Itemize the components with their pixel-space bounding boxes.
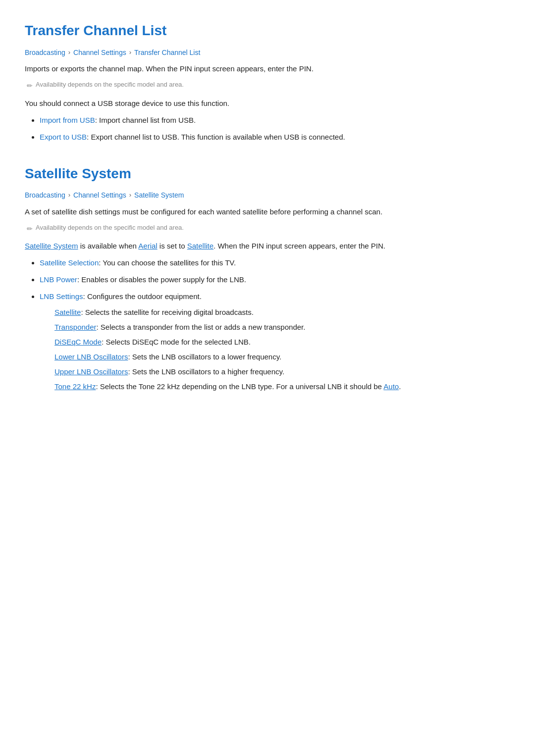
breadcrumb-section1: Broadcasting › Channel Settings › Transf… — [25, 47, 510, 58]
section1-connect-note: You should connect a USB storage device … — [25, 98, 510, 109]
lnb-settings-text: : Configures the outdoor equipment. — [83, 292, 202, 301]
satellite-selection-text: : You can choose the satellites for this… — [99, 258, 236, 267]
section2-description: A set of satellite dish settings must be… — [25, 206, 510, 218]
section2-title: Satellite System — [25, 163, 510, 185]
breadcrumb-sep-3: › — [68, 190, 70, 201]
lnb-power-text: : Enables or disables the power supply f… — [77, 275, 246, 284]
section1-title: Transfer Channel List — [25, 20, 510, 42]
lnb-power-link[interactable]: LNB Power — [40, 275, 77, 284]
tone-22khz-link[interactable]: Tone 22 kHz — [54, 382, 96, 391]
list-item-import: Import from USB: Import channel list fro… — [40, 114, 510, 126]
section1-availability: ✏ Availability depends on the specific m… — [27, 80, 510, 91]
breadcrumb-sep-1: › — [68, 48, 70, 58]
section2-availability: ✏ Availability depends on the specific m… — [27, 223, 510, 234]
section1-description: Imports or exports the channel map. When… — [25, 63, 510, 75]
intro-part2: is available when — [78, 242, 139, 250]
sub-item-transponder: Transponder: Selects a transponder from … — [54, 321, 510, 333]
breadcrumb-broadcasting-2[interactable]: Broadcasting — [25, 190, 65, 201]
import-from-usb-link[interactable]: Import from USB — [40, 116, 95, 124]
list-item-lnb-settings: LNB Settings: Configures the outdoor equ… — [40, 291, 510, 393]
breadcrumb-broadcasting-1[interactable]: Broadcasting — [25, 47, 65, 58]
intro-part3: is set to — [158, 242, 187, 250]
satellite-system-link[interactable]: Satellite System — [25, 242, 78, 250]
export-to-usb-link[interactable]: Export to USB — [40, 133, 87, 141]
intro-part4: . When the PIN input screen appears, ent… — [214, 242, 385, 250]
section1-list: Import from USB: Import channel list fro… — [40, 114, 510, 143]
upper-lnb-oscillators-link[interactable]: Upper LNB Oscillators — [54, 367, 128, 376]
lnb-settings-sub-items: Satellite: Selects the satellite for rec… — [54, 306, 510, 393]
sub-item-tone-22: Tone 22 kHz: Selects the Tone 22 kHz dep… — [54, 381, 510, 393]
section-satellite-system: Satellite System Broadcasting › Channel … — [25, 163, 510, 393]
satellite-link-intro[interactable]: Satellite — [187, 242, 214, 250]
section2-list: Satellite Selection: You can choose the … — [40, 257, 510, 393]
list-item-lnb-power: LNB Power: Enables or disables the power… — [40, 274, 510, 286]
sub-item-satellite: Satellite: Selects the satellite for rec… — [54, 306, 510, 318]
section2-availability-text: Availability depends on the specific mod… — [36, 223, 184, 233]
breadcrumb-transfer-channel-list[interactable]: Transfer Channel List — [134, 47, 200, 58]
breadcrumb-channel-settings-1[interactable]: Channel Settings — [73, 47, 126, 58]
breadcrumb-channel-settings-2[interactable]: Channel Settings — [73, 190, 126, 201]
transponder-link[interactable]: Transponder — [54, 323, 97, 331]
import-from-usb-text: : Import channel list from USB. — [95, 116, 196, 124]
pencil-icon-1: ✏ — [27, 80, 33, 91]
pencil-icon-2: ✏ — [27, 223, 33, 234]
sub-item-upper-lnb: Upper LNB Oscillators: Sets the LNB osci… — [54, 366, 510, 378]
sub-item-lower-lnb: Lower LNB Oscillators: Sets the LNB osci… — [54, 351, 510, 363]
satellite-selection-link[interactable]: Satellite Selection — [40, 258, 99, 267]
breadcrumb-sep-4: › — [129, 190, 131, 201]
lower-lnb-oscillators-link[interactable]: Lower LNB Oscillators — [54, 353, 128, 361]
section1-availability-text: Availability depends on the specific mod… — [36, 80, 184, 90]
satellite-sub-link[interactable]: Satellite — [54, 308, 81, 316]
auto-link[interactable]: Auto — [383, 382, 399, 391]
sub-item-diseqc: DiSEqC Mode: Selects DiSEqC mode for the… — [54, 336, 510, 348]
section2-intro: Satellite System is available when Aeria… — [25, 240, 510, 252]
breadcrumb-section2: Broadcasting › Channel Settings › Satell… — [25, 190, 510, 201]
export-to-usb-text: : Export channel list to USB. This funct… — [87, 133, 345, 141]
breadcrumb-satellite-system[interactable]: Satellite System — [134, 190, 184, 201]
aerial-link[interactable]: Aerial — [138, 242, 157, 250]
list-item-satellite-selection: Satellite Selection: You can choose the … — [40, 257, 510, 269]
breadcrumb-sep-2: › — [129, 48, 131, 58]
diseqc-mode-link[interactable]: DiSEqC Mode — [54, 338, 102, 346]
list-item-export: Export to USB: Export channel list to US… — [40, 131, 510, 143]
section-transfer-channel-list: Transfer Channel List Broadcasting › Cha… — [25, 20, 510, 143]
lnb-settings-link[interactable]: LNB Settings — [40, 292, 83, 301]
